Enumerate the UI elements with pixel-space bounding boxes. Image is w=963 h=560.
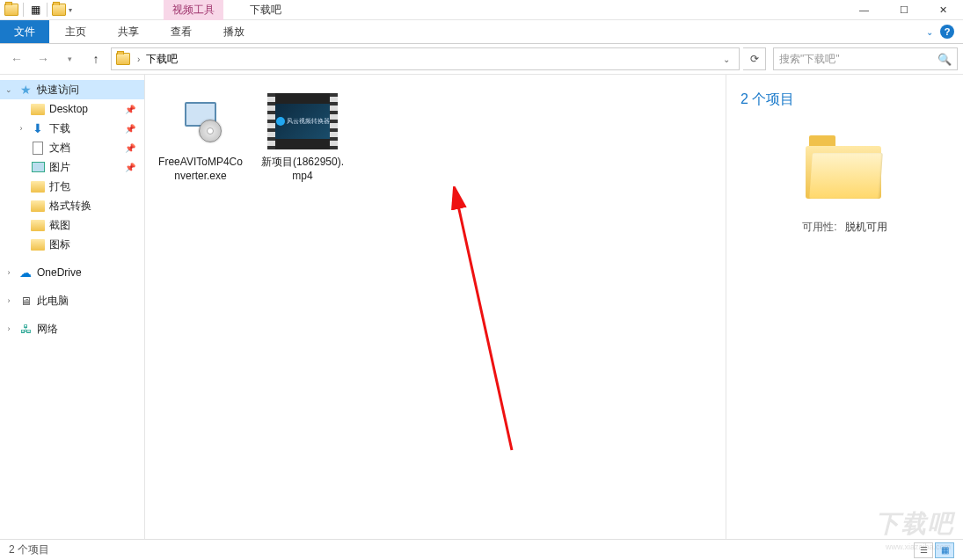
star-icon: ★ bbox=[18, 83, 33, 97]
sidebar-label: 图标 bbox=[49, 237, 70, 252]
new-folder-icon[interactable] bbox=[51, 2, 67, 18]
chevron-right-icon[interactable]: › bbox=[135, 55, 142, 64]
search-input[interactable] bbox=[779, 53, 937, 65]
sidebar-quick-access[interactable]: ⌄ ★ 快速访问 bbox=[0, 80, 144, 99]
expand-icon[interactable]: › bbox=[16, 124, 26, 133]
folder-app-icon bbox=[4, 2, 19, 18]
details-title: 2 个项目 bbox=[740, 91, 949, 109]
video-thumbnail: 风云视频转换器 bbox=[267, 91, 338, 152]
file-list-pane[interactable]: FreeAVIToMP4Converter.exe 风云视频转换器 新项目(18… bbox=[145, 75, 726, 539]
document-icon bbox=[30, 141, 46, 155]
qat-dropdown-icon[interactable]: ▾ bbox=[69, 6, 72, 14]
folder-icon bbox=[30, 102, 46, 116]
help-icon[interactable]: ? bbox=[940, 25, 954, 39]
status-item-count: 2 个项目 bbox=[9, 542, 49, 557]
annotation-arrow bbox=[450, 186, 521, 459]
pin-icon: 📌 bbox=[125, 105, 141, 114]
sidebar-onedrive[interactable]: › ☁ OneDrive bbox=[0, 263, 144, 282]
search-icon[interactable]: 🔍 bbox=[937, 53, 952, 66]
sidebar-label: 文档 bbox=[49, 141, 70, 156]
ribbon-tab-play[interactable]: 播放 bbox=[208, 20, 260, 43]
sidebar-item-documents[interactable]: › 文档 📌 bbox=[0, 138, 144, 157]
pin-icon: 📌 bbox=[125, 124, 141, 134]
sidebar-item-downloads[interactable]: › ⬇ 下载 📌 bbox=[0, 119, 144, 138]
ribbon-tab-view[interactable]: 查看 bbox=[155, 20, 208, 43]
close-button[interactable]: ✕ bbox=[923, 0, 963, 20]
ribbon-collapse-icon[interactable]: ⌄ bbox=[926, 27, 933, 37]
ribbon: 文件 主页 共享 查看 播放 ⌄ ? bbox=[0, 20, 963, 44]
nav-up-button[interactable]: ↑ bbox=[84, 47, 107, 70]
network-icon: 🖧 bbox=[18, 322, 33, 336]
svg-line-0 bbox=[456, 193, 512, 450]
file-item-exe[interactable]: FreeAVIToMP4Converter.exe bbox=[154, 85, 247, 188]
details-availability: 可用性: 脱机可用 bbox=[740, 220, 949, 235]
minimize-button[interactable]: — bbox=[844, 0, 884, 20]
expand-icon[interactable]: › bbox=[4, 296, 14, 305]
expand-icon[interactable]: › bbox=[4, 324, 14, 333]
breadcrumb-current[interactable]: 下载吧 bbox=[146, 52, 178, 67]
details-pane: 2 个项目 可用性: 脱机可用 bbox=[726, 75, 963, 539]
sidebar-item-pictures[interactable]: › 图片 📌 bbox=[0, 157, 144, 177]
download-icon: ⬇ bbox=[30, 121, 46, 135]
sidebar-item-jietu[interactable]: › 截图 bbox=[0, 215, 144, 235]
folder-large-icon bbox=[806, 135, 885, 199]
sidebar-label: Desktop bbox=[49, 103, 88, 115]
address-bar[interactable]: › 下载吧 ⌄ bbox=[111, 47, 740, 70]
title-bar: ▦ ▾ 视频工具 下载吧 — ☐ ✕ bbox=[0, 0, 963, 20]
sidebar-label: 打包 bbox=[49, 179, 70, 194]
sidebar-label: 网络 bbox=[37, 322, 58, 337]
contextual-tab-video-tools: 视频工具 bbox=[164, 0, 223, 20]
sidebar-item-geshi[interactable]: › 格式转换 bbox=[0, 196, 144, 215]
pc-icon: 🖥 bbox=[18, 294, 33, 308]
file-name-label: 新项目(1862950).mp4 bbox=[258, 156, 347, 183]
watermark-url: www.xiazaiba.com bbox=[886, 542, 951, 551]
folder-icon bbox=[30, 218, 46, 232]
sidebar-label: 截图 bbox=[49, 218, 70, 233]
sidebar-label: 下载 bbox=[49, 121, 70, 136]
folder-icon bbox=[115, 51, 131, 67]
sidebar-network[interactable]: › 🖧 网络 bbox=[0, 319, 144, 338]
expand-icon[interactable]: › bbox=[4, 268, 14, 277]
search-box[interactable]: 🔍 bbox=[773, 47, 958, 70]
ribbon-tab-home[interactable]: 主页 bbox=[49, 20, 102, 43]
expand-icon[interactable]: ⌄ bbox=[4, 85, 14, 94]
sidebar-item-tubiao[interactable]: › 图标 bbox=[0, 235, 144, 254]
quick-access-toolbar: ▦ ▾ bbox=[0, 2, 76, 18]
nav-back-button[interactable]: ← bbox=[5, 47, 28, 70]
folder-icon bbox=[30, 237, 46, 251]
window-controls: — ☐ ✕ bbox=[844, 0, 963, 20]
ribbon-file-tab[interactable]: 文件 bbox=[0, 20, 49, 43]
status-bar: 2 个项目 ☰ ▦ bbox=[0, 539, 963, 560]
nav-recent-dropdown[interactable]: ▾ bbox=[58, 47, 81, 70]
folder-icon bbox=[30, 179, 46, 193]
address-dropdown-icon[interactable]: ⌄ bbox=[718, 55, 735, 64]
main-area: ⌄ ★ 快速访问 › Desktop 📌 › ⬇ 下载 📌 › 文档 📌 › 图… bbox=[0, 75, 963, 539]
exe-thumbnail bbox=[165, 91, 236, 152]
availability-value: 脱机可用 bbox=[845, 221, 887, 233]
refresh-button[interactable]: ⟳ bbox=[743, 47, 766, 70]
qat-separator bbox=[23, 3, 24, 17]
maximize-button[interactable]: ☐ bbox=[884, 0, 923, 20]
sidebar-label: 快速访问 bbox=[37, 83, 79, 98]
qat-separator bbox=[47, 3, 47, 17]
availability-label: 可用性: bbox=[802, 221, 836, 233]
sidebar-label: 图片 bbox=[49, 160, 70, 175]
onedrive-icon: ☁ bbox=[18, 265, 33, 280]
navigation-pane: ⌄ ★ 快速访问 › Desktop 📌 › ⬇ 下载 📌 › 文档 📌 › 图… bbox=[0, 75, 145, 539]
file-name-label: FreeAVIToMP4Converter.exe bbox=[156, 156, 245, 183]
sidebar-this-pc[interactable]: › 🖥 此电脑 bbox=[0, 291, 144, 310]
sidebar-item-desktop[interactable]: › Desktop 📌 bbox=[0, 99, 144, 119]
sidebar-label: 此电脑 bbox=[37, 294, 69, 309]
file-item-video[interactable]: 风云视频转换器 新项目(1862950).mp4 bbox=[256, 85, 349, 188]
nav-forward-button[interactable]: → bbox=[32, 47, 55, 70]
address-row: ← → ▾ ↑ › 下载吧 ⌄ ⟳ 🔍 bbox=[0, 44, 963, 75]
ribbon-tab-share[interactable]: 共享 bbox=[102, 20, 155, 43]
sidebar-label: 格式转换 bbox=[49, 199, 91, 214]
sidebar-label: OneDrive bbox=[37, 266, 82, 279]
pin-icon: 📌 bbox=[125, 163, 141, 172]
folder-icon bbox=[30, 199, 46, 213]
picture-icon bbox=[30, 160, 46, 174]
sidebar-item-dabao[interactable]: › 打包 bbox=[0, 177, 144, 196]
properties-icon[interactable]: ▦ bbox=[27, 2, 43, 18]
window-title: 下载吧 bbox=[250, 3, 281, 18]
